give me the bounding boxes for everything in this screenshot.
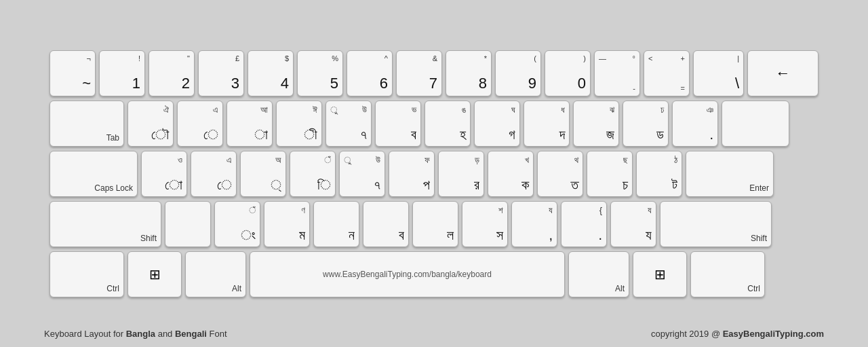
bottom-row: Ctrl ⊞ Alt www.EasyBengaliTyping.com/ban… xyxy=(50,251,818,297)
key-x[interactable]: ণ ম xyxy=(264,201,310,247)
key-space[interactable]: www.EasyBengaliTyping.com/bangla/keyboar… xyxy=(250,251,565,297)
key-win-right[interactable]: ⊞ xyxy=(633,251,687,297)
key-g[interactable]: উ ু ৭ xyxy=(339,151,385,197)
key-q[interactable]: ঐ ৌ xyxy=(127,101,174,147)
key-ctrl-left[interactable]: Ctrl xyxy=(50,251,124,297)
key-y[interactable]: ভ ব xyxy=(375,101,421,147)
alt-right-label: Alt xyxy=(615,284,625,293)
key-shift-right[interactable]: Shift xyxy=(660,201,772,247)
key-o[interactable]: ধ দ xyxy=(524,101,570,147)
key-backspace[interactable]: ← xyxy=(747,50,818,96)
key-b[interactable]: ল xyxy=(412,201,458,247)
key-d[interactable]: অ ্ xyxy=(240,151,286,197)
win-left-icon: ⊞ xyxy=(149,266,161,282)
key-caps-lock[interactable]: Caps Lock xyxy=(50,151,138,197)
shift-row: Shift ঁ ং ণ ম ন ব ল শ স য , { . xyxy=(50,201,818,247)
key-tab-end-blank xyxy=(722,101,789,147)
key-s[interactable]: এ ে xyxy=(191,151,237,197)
ctrl-left-label: Ctrl xyxy=(106,284,119,293)
key-lbracket[interactable]: ঢ ড xyxy=(623,101,669,147)
key-v[interactable]: ব xyxy=(363,201,409,247)
shift-right-label: Shift xyxy=(751,234,767,243)
key-1[interactable]: ! 1 xyxy=(99,50,145,96)
key-p[interactable]: ঝ জ xyxy=(573,101,619,147)
alt-left-label: Alt xyxy=(232,284,241,293)
key-m[interactable]: য , xyxy=(511,201,557,247)
key-equal[interactable]: + < = xyxy=(644,50,690,96)
key-6[interactable]: ^ 6 xyxy=(347,50,393,96)
key-a[interactable]: ও ো xyxy=(141,151,187,197)
key-enter[interactable]: Enter xyxy=(686,151,774,197)
key-period[interactable]: য য xyxy=(610,201,656,247)
space-url: www.EasyBengaliTyping.com/bangla/keyboar… xyxy=(323,270,492,279)
key-u[interactable]: ঙ হ xyxy=(425,101,471,147)
key-z[interactable]: ঁ ং xyxy=(214,201,260,247)
footer-right: copyright 2019 @ EasyBengaliTyping.com xyxy=(651,329,824,339)
key-w[interactable]: এ ে xyxy=(177,101,223,147)
key-semicolon[interactable]: ছ চ xyxy=(587,151,633,197)
key-tilde[interactable]: ¬ ~ xyxy=(50,50,96,96)
ctrl-right-label: Ctrl xyxy=(747,284,760,293)
key-tab[interactable]: Tab xyxy=(50,101,124,147)
key-f[interactable]: ঁ ি xyxy=(290,151,336,197)
keyboard: ¬ ~ ! 1 " 2 £ 3 $ 4 % 5 ^ 6 & 7 xyxy=(36,37,832,311)
key-h[interactable]: ফ প xyxy=(389,151,435,197)
key-c[interactable]: ন xyxy=(313,201,359,247)
asdf-row: Caps Lock ও ো এ ে অ ্ ঁ ি উ ু ৭ ফ প ড় র xyxy=(50,151,818,197)
key-8[interactable]: * 8 xyxy=(446,50,492,96)
number-row: ¬ ~ ! 1 " 2 £ 3 $ 4 % 5 ^ 6 & 7 xyxy=(50,50,818,96)
qwerty-row: Tab ঐ ৌ এ ে আ া ঈ ী উ ু ৭ ভ ব ঙ হ xyxy=(50,101,818,147)
key-i[interactable]: ঘ গ xyxy=(474,101,520,147)
key-win-left[interactable]: ⊞ xyxy=(127,251,182,297)
key-alt-left[interactable]: Alt xyxy=(185,251,246,297)
key-j[interactable]: ড় র xyxy=(438,151,484,197)
key-shift-left[interactable]: Shift xyxy=(50,201,161,247)
key-ctrl-right[interactable]: Ctrl xyxy=(690,251,765,297)
key-0[interactable]: ) 0 xyxy=(545,50,591,96)
win-right-icon: ⊞ xyxy=(654,266,666,282)
key-quote[interactable]: ঠ ট xyxy=(636,151,682,197)
key-9[interactable]: ( 9 xyxy=(495,50,541,96)
footer-left: Keyboard Layout for Bangla and Bengali F… xyxy=(44,329,227,339)
tab-label: Tab xyxy=(106,133,119,143)
key-l[interactable]: থ ত xyxy=(537,151,583,197)
key-3[interactable]: £ 3 xyxy=(198,50,244,96)
key-n[interactable]: শ স xyxy=(462,201,508,247)
shift-left-label: Shift xyxy=(140,234,157,243)
key-2[interactable]: " 2 xyxy=(149,50,195,96)
key-backslash[interactable]: | \ xyxy=(693,50,744,96)
key-r[interactable]: ঈ ী xyxy=(276,101,322,147)
key-t[interactable]: উ ু ৭ xyxy=(326,101,372,147)
key-k[interactable]: খ ক xyxy=(488,151,534,197)
enter-label: Enter xyxy=(749,183,769,193)
key-4[interactable]: $ 4 xyxy=(248,50,294,96)
key-7[interactable]: & 7 xyxy=(396,50,442,96)
key-comma[interactable]: { . xyxy=(561,201,607,247)
key-minus[interactable]: ° — - xyxy=(594,50,640,96)
key-blank-z xyxy=(165,201,211,247)
key-e[interactable]: আ া xyxy=(226,101,273,147)
caps-lock-label: Caps Lock xyxy=(94,183,133,193)
key-alt-right[interactable]: Alt xyxy=(568,251,629,297)
key-rbracket[interactable]: ঞ . xyxy=(672,101,718,147)
key-5[interactable]: % 5 xyxy=(297,50,343,96)
